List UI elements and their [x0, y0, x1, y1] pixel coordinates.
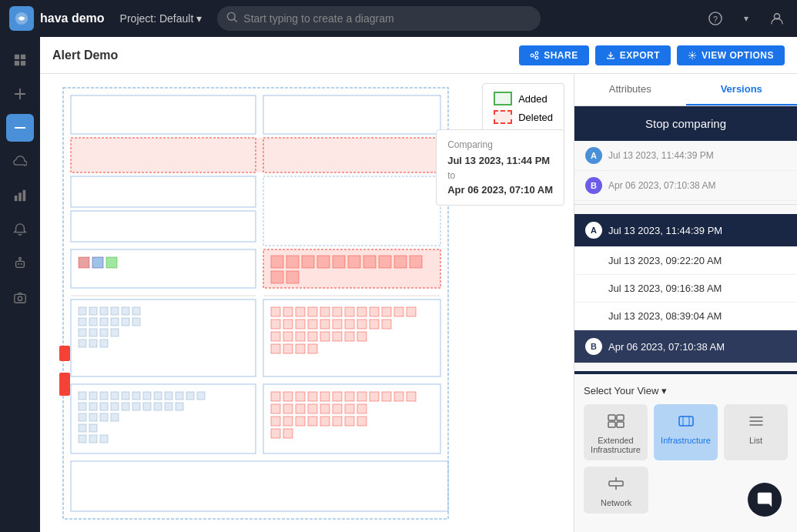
user-icon[interactable] — [766, 8, 788, 29]
svg-rect-89 — [296, 320, 305, 329]
sidebar-icon-robot[interactable] — [6, 249, 34, 277]
right-panel: Attributes Versions Stop comparing A Jul… — [574, 74, 797, 532]
svg-rect-130 — [165, 403, 172, 410]
svg-rect-127 — [197, 392, 205, 400]
version-item-date-a: Jul 13 2023, 11:44:39 PM — [608, 225, 722, 236]
svg-rect-135 — [111, 413, 119, 421]
svg-rect-153 — [407, 392, 416, 401]
view-option-infrastructure[interactable]: Infrastructure — [654, 404, 718, 460]
export-button[interactable]: Export — [595, 45, 671, 65]
version-badge-a: A — [585, 147, 602, 164]
search-input[interactable] — [243, 12, 531, 25]
help-circle-icon[interactable]: ? — [705, 8, 726, 29]
sidebar-icon-add[interactable] — [6, 80, 34, 108]
view-options-button[interactable]: View Options — [677, 45, 785, 65]
svg-rect-121 — [132, 403, 140, 410]
legend-added-icon — [494, 92, 512, 105]
tab-versions[interactable]: Versions — [686, 74, 798, 105]
version-badge-b: B — [585, 177, 602, 194]
diagram-canvas[interactable]: Added Deleted Comparing Jul 13 2023, 11:… — [40, 74, 574, 532]
chevron-down-icon[interactable]: ▾ — [735, 8, 757, 29]
svg-rect-18 — [21, 263, 22, 265]
nav-icons: ? ▾ — [705, 8, 788, 29]
svg-rect-101 — [320, 332, 330, 341]
svg-rect-72 — [89, 340, 97, 347]
sidebar-icon-chart[interactable] — [6, 182, 34, 209]
sidebar-icon-bell[interactable] — [6, 216, 34, 243]
view-option-network[interactable]: Network — [584, 467, 648, 514]
sidebar-icon-cloud[interactable] — [6, 148, 34, 176]
svg-rect-99 — [296, 332, 305, 341]
svg-rect-93 — [345, 320, 354, 329]
version-item-4[interactable]: Jul 13 2023, 08:39:04 AM — [574, 303, 797, 330]
svg-rect-95 — [370, 320, 379, 329]
sidebar-icon-camera[interactable] — [6, 283, 34, 311]
svg-rect-76 — [283, 307, 293, 316]
svg-rect-151 — [382, 392, 391, 401]
logo-area[interactable]: hava demo — [9, 6, 105, 31]
view-option-extended-infrastructure[interactable]: Extended Infrastructure — [584, 404, 648, 460]
svg-rect-174 — [59, 346, 70, 361]
svg-rect-185 — [609, 481, 623, 486]
svg-rect-145 — [308, 392, 317, 401]
export-label: Export — [620, 50, 660, 61]
select-view-title: Select Your View ▾ — [584, 385, 788, 396]
diagram-title: Alert Demo — [52, 49, 513, 62]
svg-rect-152 — [394, 392, 404, 401]
svg-rect-113 — [111, 392, 119, 400]
logo-icon — [9, 6, 34, 31]
svg-rect-8 — [15, 61, 19, 65]
svg-rect-73 — [100, 340, 108, 347]
svg-rect-16 — [16, 261, 25, 267]
svg-rect-54 — [71, 299, 256, 376]
svg-rect-7 — [21, 55, 25, 59]
extended-infra-icon — [588, 413, 643, 433]
svg-rect-131 — [176, 403, 183, 410]
svg-rect-157 — [308, 404, 317, 413]
comparing-date-from: Jul 13 2023, 11:44 PM — [447, 155, 550, 166]
svg-rect-56 — [89, 307, 97, 315]
tab-attributes[interactable]: Attributes — [574, 74, 686, 105]
sidebar-icon-grid[interactable] — [6, 46, 34, 74]
version-a-badge: A — [585, 222, 602, 239]
version-item-3[interactable]: Jul 13 2023, 09:16:38 AM — [574, 275, 797, 303]
view-option-list[interactable]: List — [724, 404, 788, 460]
comparing-label: Comparing — [447, 138, 553, 152]
svg-rect-146 — [320, 392, 330, 401]
svg-rect-176 — [617, 415, 624, 420]
search-bar[interactable] — [217, 6, 541, 31]
version-item-date-4: Jul 13 2023, 08:39:04 AM — [608, 310, 722, 322]
svg-rect-171 — [283, 429, 293, 438]
version-item-2[interactable]: Jul 13 2023, 09:22:20 AM — [574, 247, 797, 275]
legend-deleted: Deleted — [494, 110, 553, 124]
stop-comparing-button[interactable]: Stop comparing — [574, 106, 797, 141]
svg-rect-90 — [308, 320, 317, 329]
legend-deleted-label: Deleted — [518, 112, 553, 123]
chat-bubble-button[interactable] — [748, 483, 782, 517]
project-selector[interactable]: Project: Default ▾ — [114, 9, 209, 28]
svg-rect-70 — [111, 329, 119, 336]
svg-rect-108 — [308, 344, 317, 353]
svg-rect-58 — [111, 307, 119, 315]
svg-rect-154 — [271, 404, 280, 413]
svg-rect-178 — [617, 422, 624, 427]
svg-rect-138 — [79, 435, 86, 443]
svg-rect-62 — [89, 318, 97, 326]
svg-rect-164 — [296, 417, 305, 426]
svg-rect-94 — [357, 320, 367, 329]
svg-rect-77 — [296, 307, 305, 316]
version-item-selected-b[interactable]: B Apr 06 2023, 07:10:38 AM — [574, 330, 797, 363]
svg-rect-69 — [100, 329, 108, 336]
share-button[interactable]: Share — [519, 45, 589, 65]
svg-rect-160 — [345, 404, 354, 413]
svg-rect-85 — [394, 307, 404, 316]
sidebar-icon-minus[interactable] — [6, 114, 34, 142]
svg-rect-86 — [407, 307, 416, 316]
svg-rect-175 — [608, 415, 615, 420]
version-b-badge: B — [585, 338, 602, 355]
version-item-date-3: Jul 13 2023, 09:16:38 AM — [608, 283, 722, 294]
svg-rect-136 — [79, 424, 86, 432]
version-item-selected-a[interactable]: A Jul 13 2023, 11:44:39 PM — [574, 214, 797, 247]
diagram-header: Alert Demo Share Export — [40, 37, 797, 74]
share-label: Share — [544, 50, 578, 61]
